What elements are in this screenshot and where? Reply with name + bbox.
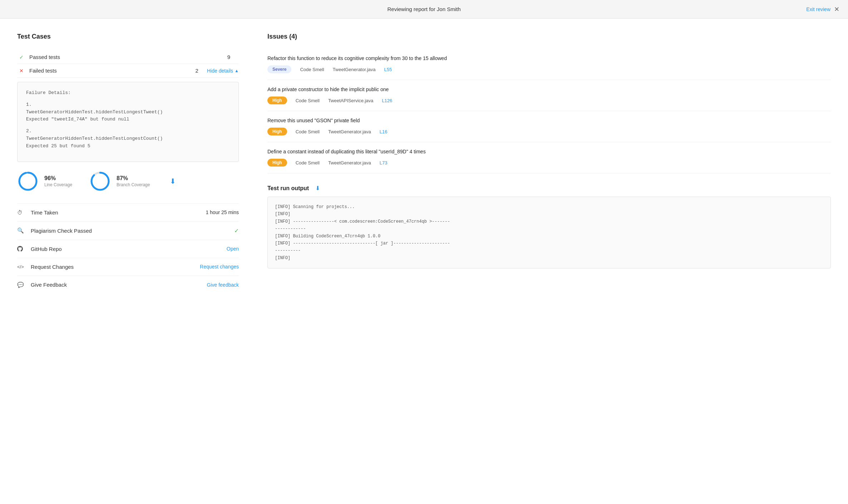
plagiarism-label: Plagiarism Check Passed: [31, 228, 234, 234]
close-icon[interactable]: ✕: [834, 5, 839, 13]
time-taken-label: Time Taken: [31, 209, 206, 216]
give-feedback-label: Give Feedback: [31, 282, 207, 288]
hide-details-button[interactable]: Hide details ▲: [207, 68, 239, 74]
clock-icon: ⏱: [17, 209, 27, 216]
passed-tests-row: ✓ Passed tests 9: [17, 50, 239, 64]
line-coverage-item: 96% Line Coverage: [17, 171, 72, 192]
exit-review-link[interactable]: Exit review: [806, 6, 830, 12]
failure-details-box: Failure Details: 1. TweetGeneratorHidden…: [17, 82, 239, 162]
issue-type-1: Code Smell: [300, 67, 324, 72]
svg-point-3: [92, 173, 109, 190]
test-run-output-header: Test run output ⬇: [267, 185, 831, 192]
plagiarism-row: 🔍 Plagiarism Check Passed ✓: [17, 221, 239, 240]
branch-coverage-label: Branch Coverage: [117, 182, 150, 187]
issue-meta-4: High Code Smell TweetGenerator.java L73: [267, 159, 831, 167]
code-icon: </>: [17, 264, 27, 270]
main-content: Test Cases ✓ Passed tests 9 ✕ Failed tes…: [0, 19, 848, 308]
failed-tests-count: 2: [196, 68, 198, 74]
time-taken-value: 1 hour 25 mins: [206, 209, 239, 215]
left-panel: Test Cases ✓ Passed tests 9 ✕ Failed tes…: [17, 33, 239, 294]
line-coverage-info: 96% Line Coverage: [44, 175, 72, 187]
issue-card-4: Define a constant instead of duplicating…: [267, 142, 831, 173]
give-feedback-row: 💬 Give Feedback Give feedback: [17, 276, 239, 294]
download-coverage-icon[interactable]: ⬇: [170, 177, 176, 186]
issue-file-2: TweetAPIService.java: [328, 98, 373, 103]
issue-type-2: Code Smell: [296, 98, 320, 103]
branch-coverage-circle: [89, 171, 111, 192]
check-icon: ✓: [17, 54, 26, 60]
top-bar-actions: Exit review ✕: [806, 5, 839, 13]
request-changes-link[interactable]: Request changes: [200, 264, 239, 270]
issue-title-1: Refactor this function to reduce its cog…: [267, 55, 831, 61]
failure-item-1: 1. TweetGeneratorHiddenTest.hiddenTestLo…: [26, 101, 230, 123]
issue-title-4: Define a constant instead of duplicating…: [267, 149, 831, 154]
failure-details-title: Failure Details:: [26, 89, 230, 97]
x-icon: ✕: [17, 68, 26, 74]
branch-coverage-info: 87% Branch Coverage: [117, 175, 150, 187]
issue-line-2[interactable]: L126: [382, 98, 392, 103]
line-coverage-value: 96%: [44, 175, 72, 182]
severity-badge-2: High: [267, 97, 287, 104]
plagiarism-check-icon: ✓: [234, 227, 239, 234]
issue-line-4[interactable]: L73: [380, 160, 388, 165]
github-icon: [17, 246, 27, 252]
failure-item-2: 2. TweetGeneratorHiddenTest.hiddenTestLo…: [26, 128, 230, 150]
branch-coverage-value: 87%: [117, 175, 150, 182]
issue-meta-2: High Code Smell TweetAPIService.java L12…: [267, 97, 831, 104]
passed-tests-label: Passed tests: [29, 54, 227, 60]
issue-title-3: Remove this unused "GSON" private field: [267, 118, 831, 123]
github-open-link[interactable]: Open: [227, 246, 239, 252]
issue-file-3: TweetGenerator.java: [328, 129, 371, 134]
issue-type-4: Code Smell: [296, 160, 320, 165]
severity-badge-1: Severe: [267, 65, 291, 73]
search-icon: 🔍: [17, 227, 27, 234]
line-coverage-circle: [17, 171, 39, 192]
issues-title: Issues (4): [267, 33, 831, 40]
top-bar: Reviewing report for Jon Smith Exit revi…: [0, 0, 848, 19]
give-feedback-link[interactable]: Give feedback: [207, 282, 239, 288]
test-cases-title: Test Cases: [17, 33, 239, 40]
issue-title-2: Add a private constructor to hide the im…: [267, 87, 831, 92]
branch-coverage-item: 87% Branch Coverage: [89, 171, 150, 192]
issue-type-3: Code Smell: [296, 129, 320, 134]
issue-card-3: Remove this unused "GSON" private field …: [267, 111, 831, 142]
severity-badge-3: High: [267, 128, 287, 135]
issue-line-3[interactable]: L16: [380, 129, 388, 134]
test-run-output-box: [INFO] Scanning for projects... [INFO] […: [267, 197, 831, 268]
chat-icon: 💬: [17, 282, 27, 288]
test-run-title: Test run output: [267, 185, 309, 192]
failed-tests-label: Failed tests: [29, 68, 196, 74]
issue-meta-3: High Code Smell TweetGenerator.java L16: [267, 128, 831, 135]
github-row: GitHub Repo Open: [17, 240, 239, 258]
coverage-row: 96% Line Coverage 87% Branch Coverage ⬇: [17, 171, 239, 192]
issue-line-1[interactable]: L55: [384, 67, 392, 72]
line-coverage-label: Line Coverage: [44, 182, 72, 187]
issue-file-4: TweetGenerator.java: [328, 160, 371, 165]
page-title: Reviewing report for Jon Smith: [387, 6, 460, 12]
chevron-up-icon: ▲: [235, 68, 239, 73]
right-panel: Issues (4) Refactor this function to red…: [267, 33, 831, 294]
failed-tests-row: ✕ Failed tests 2 Hide details ▲: [17, 64, 239, 78]
severity-badge-4: High: [267, 159, 287, 167]
request-changes-row: </> Request Changes Request changes: [17, 258, 239, 276]
github-label: GitHub Repo: [31, 246, 227, 252]
issue-file-1: TweetGenerator.java: [333, 67, 376, 72]
issue-meta-1: Severe Code Smell TweetGenerator.java L5…: [267, 65, 831, 73]
passed-tests-count: 9: [227, 54, 230, 60]
issue-card-2: Add a private constructor to hide the im…: [267, 80, 831, 111]
request-changes-label: Request Changes: [31, 264, 200, 270]
issue-card-1: Refactor this function to reduce its cog…: [267, 49, 831, 80]
svg-point-1: [19, 173, 36, 190]
time-taken-row: ⏱ Time Taken 1 hour 25 mins: [17, 203, 239, 221]
download-output-icon[interactable]: ⬇: [315, 185, 320, 192]
